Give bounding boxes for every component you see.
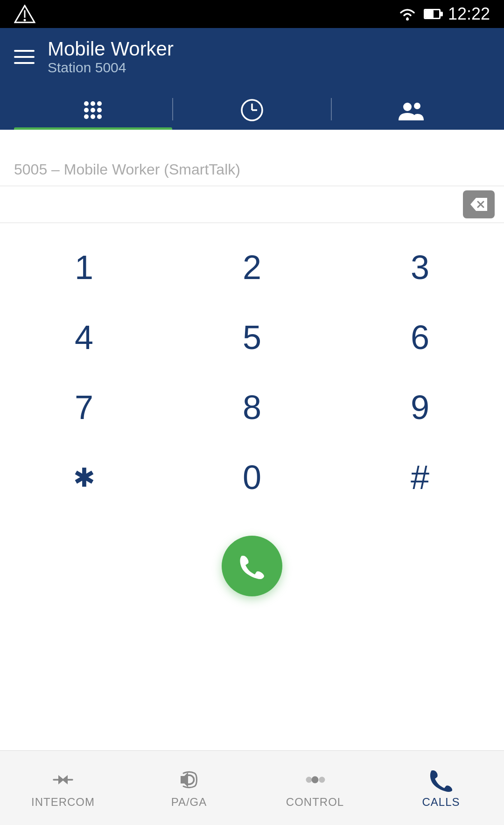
dial-key-star[interactable]: ✱: [0, 442, 168, 512]
svg-point-10: [84, 114, 89, 119]
dial-key-5[interactable]: 5: [168, 302, 336, 372]
status-icons: 12:22: [399, 4, 490, 24]
nav-label-paga: PA/GA: [171, 796, 207, 809]
header-title: Mobile Worker Station 5004: [48, 38, 174, 76]
svg-point-3: [406, 18, 409, 21]
dial-key-2[interactable]: 2: [168, 232, 336, 302]
dial-key-hash[interactable]: #: [336, 442, 504, 512]
backspace-button[interactable]: [463, 190, 495, 218]
paga-icon: [177, 768, 201, 792]
tab-contacts[interactable]: [332, 89, 490, 130]
svg-point-7: [84, 108, 89, 112]
svg-point-5: [91, 101, 95, 106]
wifi-icon: [399, 7, 416, 21]
dial-key-9[interactable]: 9: [336, 372, 504, 442]
clock-icon: [240, 98, 264, 122]
input-row: [0, 186, 504, 223]
dial-key-4[interactable]: 4: [0, 302, 168, 372]
dial-key-6[interactable]: 6: [336, 302, 504, 372]
header: Mobile Worker Station 5004: [0, 28, 504, 130]
display-area: 5005 – Mobile Worker (SmartTalk): [0, 130, 504, 186]
svg-point-23: [319, 776, 325, 783]
app-title: Mobile Worker: [48, 38, 174, 60]
svg-point-16: [403, 103, 412, 111]
svg-point-2: [24, 19, 26, 21]
dial-key-0[interactable]: 0: [168, 442, 336, 512]
dial-key-3[interactable]: 3: [336, 232, 504, 302]
contacts-icon: [398, 98, 425, 122]
bottom-nav: INTERCOM PA/GA CONTROL: [0, 750, 504, 825]
dial-key-1[interactable]: 1: [0, 232, 168, 302]
dial-key-7[interactable]: 7: [0, 372, 168, 442]
tab-dialpad[interactable]: [14, 89, 172, 130]
main-content: Mobile Worker Station 5004: [0, 28, 504, 825]
menu-button[interactable]: [14, 50, 35, 64]
phone-icon: [238, 552, 266, 580]
svg-point-11: [91, 114, 95, 119]
svg-point-21: [306, 776, 312, 783]
svg-point-9: [97, 108, 102, 112]
nav-item-paga[interactable]: PA/GA: [126, 751, 252, 825]
tab-bar: [14, 89, 490, 130]
tab-recents[interactable]: [173, 89, 331, 130]
nav-item-control[interactable]: CONTROL: [252, 751, 378, 825]
dialpad-icon: [81, 98, 105, 122]
calls-icon: [429, 768, 453, 792]
svg-point-8: [91, 108, 95, 112]
svg-point-12: [97, 114, 102, 119]
nav-label-calls: CALLS: [422, 796, 460, 809]
nav-item-intercom[interactable]: INTERCOM: [0, 751, 126, 825]
svg-point-4: [84, 101, 89, 106]
svg-point-17: [414, 103, 420, 109]
call-row: [0, 522, 504, 615]
dial-input[interactable]: [9, 187, 463, 222]
status-bar: 12:22: [0, 0, 504, 28]
station-subtitle: Station 5004: [48, 60, 174, 76]
dial-key-8[interactable]: 8: [168, 372, 336, 442]
app-logo: [14, 5, 35, 25]
svg-marker-20: [181, 772, 188, 787]
dialpad: 1 2 3 4 5 6 7 8 9 ✱ 0 #: [0, 223, 504, 522]
intercom-icon: [51, 768, 75, 792]
control-icon: [303, 768, 327, 792]
call-button[interactable]: [222, 536, 282, 596]
svg-point-6: [97, 101, 102, 106]
svg-point-22: [312, 776, 319, 783]
nav-label-control: CONTROL: [286, 796, 344, 809]
caller-info: 5005 – Mobile Worker (SmartTalk): [14, 161, 240, 178]
dialer-wrapper: 5005 – Mobile Worker (SmartTalk) 1 2 3 4…: [0, 130, 504, 825]
backspace-icon: [469, 197, 488, 212]
nav-label-intercom: INTERCOM: [31, 796, 95, 809]
status-time: 12:22: [448, 4, 490, 24]
nav-item-calls[interactable]: CALLS: [378, 751, 504, 825]
battery-icon: [424, 9, 441, 19]
